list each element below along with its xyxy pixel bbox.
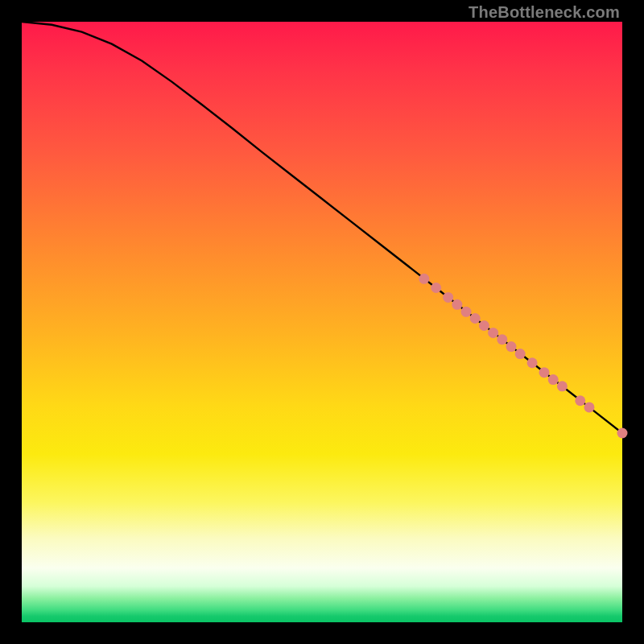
marker-point: [431, 283, 441, 293]
marker-point: [557, 381, 568, 391]
marker-point: [443, 292, 453, 303]
marker-point: [488, 328, 498, 338]
marker-point: [539, 367, 550, 378]
chart-frame: TheBottleneck.com: [0, 0, 644, 644]
marker-point: [419, 274, 429, 284]
watermark-text: TheBottleneck.com: [469, 3, 620, 22]
chart-overlay: [22, 22, 622, 622]
marker-point: [461, 307, 472, 317]
marker-point: [470, 313, 481, 324]
marker-point: [497, 334, 507, 345]
marker-point: [479, 320, 489, 331]
marker-point: [575, 395, 585, 406]
marker-point: [548, 374, 559, 385]
marker-point: [527, 357, 538, 368]
marker-point: [617, 428, 628, 439]
series-curve: [22, 22, 622, 433]
marker-point: [584, 402, 594, 412]
marker-point: [515, 349, 526, 359]
marker-point: [452, 299, 462, 310]
marker-point: [506, 341, 516, 352]
